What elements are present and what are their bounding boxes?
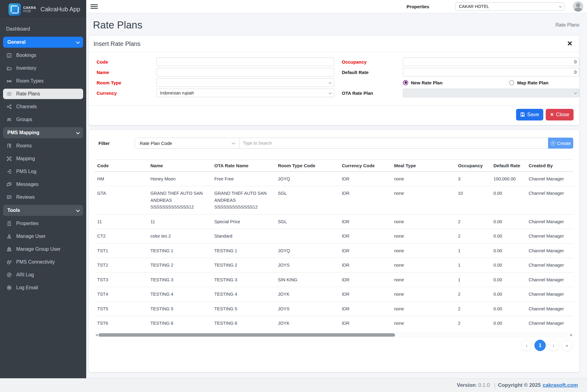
scroll-left-arrow-icon[interactable]: ◄ — [95, 333, 98, 337]
map-rate-plan-radio[interactable]: Map Rate Plan — [509, 80, 548, 85]
sidebar-item-label: Log Email — [16, 285, 38, 290]
table-cell: Honey Moon — [148, 172, 212, 186]
cakrasoft-link[interactable]: cakrasoft.com — [543, 382, 578, 388]
close-button[interactable]: ✕ Close — [546, 109, 574, 120]
sidebar-item-bookings[interactable]: Bookings — [3, 50, 83, 61]
brand[interactable]: CAKRA HUB CakraHub App — [0, 0, 86, 19]
sidebar-section-label: PMS Mapping — [7, 130, 39, 135]
column-header-ota-rate-name[interactable]: OTA Rate Name — [212, 160, 275, 172]
main-area: Properties CAKAR HOTEL Rate Plans Rate P… — [86, 0, 587, 378]
pagination-prev-button[interactable]: ‹ — [521, 340, 532, 351]
close-icon[interactable]: ✕ — [567, 40, 573, 47]
column-header-currency-code[interactable]: Currency Code — [339, 160, 392, 172]
user-avatar[interactable] — [573, 1, 583, 12]
table-cell: none — [392, 301, 456, 316]
sidebar-item-pms-connectivity[interactable]: PMS Connectivity — [3, 257, 83, 267]
currency-select[interactable]: Indonesian rupiah — [157, 89, 334, 97]
table-cell: TST6 — [95, 316, 148, 331]
copyright-text: Copyright © 2025 — [498, 382, 541, 388]
sidebar-item-label: Room Types — [16, 78, 44, 84]
save-button[interactable]: Save — [516, 109, 543, 120]
default-rate-input[interactable] — [403, 68, 579, 76]
pagination-last-button[interactable]: » — [561, 340, 573, 351]
create-button[interactable]: Create — [548, 138, 573, 149]
table-cell: IDR — [339, 258, 392, 272]
sidebar-item-manage-group-user[interactable]: Manage Group User — [3, 244, 83, 254]
column-header-default-rate[interactable]: Default Rate — [491, 160, 526, 172]
sidebar-item-channels[interactable]: Channels — [3, 102, 83, 112]
sidebar-item-label: ARI Log — [16, 272, 34, 278]
sidebar-item-label: Manage Group User — [16, 246, 61, 252]
column-header-meal-type[interactable]: Meal Type — [392, 160, 456, 172]
filter-field-select[interactable]: Rate Plan Code — [135, 138, 239, 149]
pagination-next-button[interactable]: › — [548, 340, 559, 351]
pagination-page-1-button[interactable]: 1 — [534, 340, 546, 351]
sidebar-item-room-types[interactable]: Room Types — [3, 76, 83, 86]
table-cell: TST5 — [95, 301, 148, 316]
scrollbar-thumb[interactable] — [98, 333, 395, 337]
property-select-value: CAKAR HOTEL — [459, 4, 489, 9]
default-rate-label: Default Rate — [342, 70, 403, 75]
scroll-right-arrow-icon[interactable]: ► — [570, 333, 573, 337]
table-cell: 2 — [456, 229, 491, 243]
table-cell: color tes 2 — [148, 229, 212, 243]
sidebar-item-manage-user[interactable]: Manage User — [3, 231, 83, 242]
sidebar-item-messages[interactable]: Messages — [3, 179, 83, 190]
room-type-select[interactable] — [157, 78, 334, 87]
version-value: 0.1.0 — [478, 382, 490, 388]
sidebar-item-dashboard[interactable]: Dashboard — [3, 24, 83, 34]
column-header-occupancy[interactable]: Occupancy — [456, 160, 491, 172]
sidebar-item-rate-plans[interactable]: Rate Plans — [3, 89, 83, 99]
table-cell: TESTING 5 — [148, 301, 212, 316]
sidebar-item-label: Rooms — [16, 143, 32, 149]
door-icon — [6, 143, 12, 149]
sidebar-item-ari-log[interactable]: ARI Log — [3, 270, 83, 280]
name-input[interactable] — [157, 68, 334, 76]
content: Rate Plans Rate Plans Insert Rate Plans … — [86, 13, 587, 378]
users-icon — [6, 116, 12, 123]
sidebar-item-log-email[interactable]: Log Email — [3, 283, 83, 293]
sidebar-item-rooms[interactable]: Rooms — [3, 141, 83, 151]
table-cell: TESTING 6 — [212, 316, 275, 331]
column-header-created-by[interactable]: Created By — [526, 160, 573, 172]
property-select[interactable]: CAKAR HOTEL — [456, 2, 564, 11]
sidebar-section-pms-mapping[interactable]: PMS Mapping — [3, 127, 83, 138]
occupancy-label: Occupancy — [342, 59, 403, 65]
sidebar-section-label: Tools — [7, 208, 20, 213]
occupancy-input[interactable] — [403, 57, 579, 66]
ota-rate-plan-select[interactable] — [403, 89, 579, 97]
sidebar-item-groups[interactable]: Groups — [3, 114, 83, 125]
sidebar-item-pms-log[interactable]: PMS Log — [3, 166, 83, 177]
table-cell: TESTING 4 — [148, 287, 212, 301]
table-cell: GRAND THEF AUTO SAN ANDREAS SSSSSSSSSSSS… — [212, 186, 275, 214]
insert-rate-plans-card: Insert Rate Plans ✕ Code Name — [89, 36, 579, 125]
column-header-code[interactable]: Code — [95, 160, 148, 172]
sidebar-item-reviews[interactable]: Reviews — [3, 192, 83, 202]
new-rate-plan-radio[interactable]: New Rate Plan — [403, 80, 442, 85]
horizontal-scrollbar[interactable]: ◄ ► — [95, 333, 573, 337]
column-header-name[interactable]: Name — [148, 160, 212, 172]
sidebar-item-properties[interactable]: Properties — [3, 218, 83, 229]
sidebar-item-label: Properties — [16, 221, 39, 226]
sidebar-item-inventory[interactable]: Inventory — [3, 63, 83, 73]
sidebar-section-tools[interactable]: Tools — [3, 205, 83, 216]
sidebar-item-mapping[interactable]: Mapping — [3, 153, 83, 164]
search-input[interactable] — [239, 138, 548, 149]
table-cell: TST3 — [95, 272, 148, 287]
table-cell: JOYQ — [275, 172, 339, 186]
table-cell: 10 — [456, 186, 491, 214]
logo-wordmark: CAKRA HUB — [23, 6, 36, 13]
code-input[interactable] — [157, 57, 334, 66]
sidebar-section-general[interactable]: General — [3, 37, 83, 48]
sidebar-item-configurations[interactable]: Configurations — [3, 295, 83, 298]
table-cell: IDR — [339, 172, 392, 186]
hamburger-menu-icon[interactable] — [90, 3, 98, 9]
table-cell: 2 — [456, 301, 491, 316]
column-header-room-type-code[interactable]: Room Type Code — [275, 160, 339, 172]
chevron-down-icon — [559, 5, 562, 8]
table-cell: Channel Manager — [526, 214, 573, 229]
table-row: TST4TESTING 4TESTING 4JOYKIDRnone20.00Ch… — [95, 287, 573, 301]
table-cell: none — [392, 186, 456, 214]
sidebar-item-label: Channels — [16, 104, 37, 109]
rate-plans-table: Code Name OTA Rate Name Room Type Code C… — [95, 160, 573, 331]
